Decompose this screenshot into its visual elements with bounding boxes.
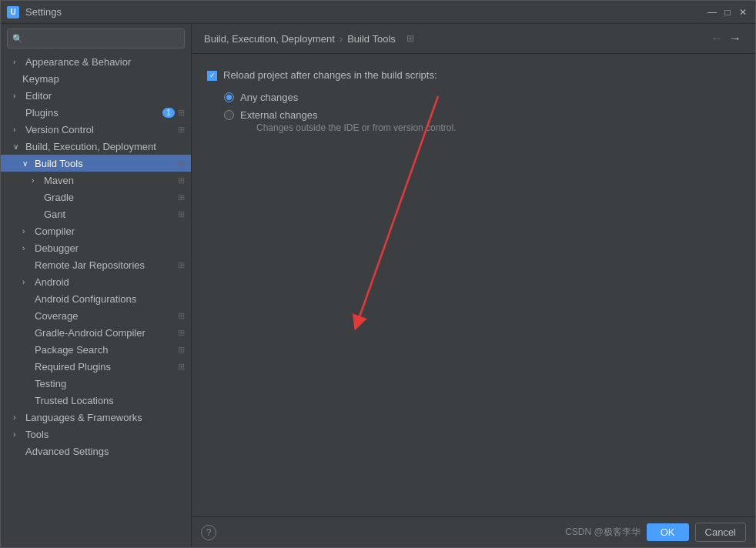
edit-icon: ⊞ — [178, 311, 185, 321]
cancel-button[interactable]: Cancel — [695, 523, 746, 542]
sidebar: 🔍 › Appearance & Behavior Keymap › Edito… — [1, 24, 192, 547]
sidebar-item-advanced[interactable]: › Advanced Settings — [1, 443, 191, 459]
sidebar-item-required-plugins[interactable]: › Required Plugins ⊞ — [1, 358, 191, 375]
sidebar-label: Maven — [44, 175, 74, 186]
radio-label-any-changes: Any changes — [240, 92, 298, 103]
reload-setting-row: Reload project after changes in the buil… — [207, 69, 740, 81]
sidebar-item-trusted-locations[interactable]: › Trusted Locations — [1, 392, 191, 409]
breadcrumb-current: Build Tools — [347, 33, 396, 45]
sidebar-item-plugins[interactable]: › Plugins 1 ⊞ — [1, 104, 191, 121]
sidebar-item-version-control[interactable]: › Version Control ⊞ — [1, 121, 191, 138]
sidebar-item-maven[interactable]: › Maven ⊞ — [1, 172, 191, 189]
chevron-icon: › — [13, 413, 22, 422]
sidebar-label: Package Search — [35, 344, 108, 356]
breadcrumb-separator: › — [340, 33, 343, 45]
sidebar-label: Remote Jar Repositories — [35, 259, 145, 271]
search-input[interactable] — [26, 33, 179, 44]
sidebar-label: Build Tools — [35, 158, 83, 169]
bottom-bar: ? CSDN @极客李华 OK Cancel — [192, 516, 755, 547]
restore-button[interactable]: □ — [721, 6, 734, 18]
sidebar-label: Gradle — [44, 192, 74, 203]
edit-icon: ⊞ — [178, 328, 185, 338]
window-title: Settings — [25, 6, 706, 18]
radio-desc-external-changes: Changes outside the IDE or from version … — [256, 122, 456, 133]
sidebar-item-debugger[interactable]: › Debugger — [1, 239, 191, 256]
window-controls: — □ ✕ — [706, 6, 749, 18]
sidebar-label: Build, Execution, Deployment — [25, 141, 156, 152]
radio-option-external-changes: External changes Changes outside the IDE… — [224, 109, 740, 133]
minimize-button[interactable]: — — [706, 6, 718, 18]
edit-icon: ⊞ — [178, 175, 185, 185]
sidebar-label: Plugins — [25, 107, 59, 119]
sidebar-label: Trusted Locations — [35, 395, 114, 406]
sidebar-label: Gant — [44, 209, 65, 220]
sidebar-item-remote-jar[interactable]: › Remote Jar Repositories ⊞ — [1, 256, 191, 273]
sidebar-item-editor[interactable]: › Editor — [1, 87, 191, 104]
edit-icon: ⊞ — [178, 345, 185, 355]
ok-button[interactable]: OK — [647, 523, 689, 541]
bottom-actions: CSDN @极客李华 OK Cancel — [565, 523, 746, 542]
pin-icon: ⊞ — [406, 33, 414, 44]
settings-window: U Settings — □ ✕ 🔍 › Appearance & Behavi… — [0, 0, 756, 548]
chevron-icon: › — [22, 278, 32, 286]
sidebar-item-testing[interactable]: › Testing — [1, 375, 191, 392]
main-content: 🔍 › Appearance & Behavior Keymap › Edito… — [1, 24, 755, 547]
edit-icon: ⊞ — [178, 192, 185, 202]
titlebar: U Settings — □ ✕ — [1, 1, 755, 24]
sidebar-item-package-search[interactable]: › Package Search ⊞ — [1, 341, 191, 358]
breadcrumb: Build, Execution, Deployment › Build Too… — [204, 33, 709, 45]
back-button[interactable]: ← — [709, 30, 724, 47]
radio-group: Any changes External changes Changes out… — [224, 92, 740, 133]
edit-icon: ⊞ — [178, 362, 185, 372]
navigation-arrows: ← → — [709, 30, 743, 47]
app-icon: U — [7, 6, 19, 18]
chevron-icon: ∨ — [13, 142, 22, 151]
close-button[interactable]: ✕ — [737, 6, 749, 18]
sidebar-item-compiler[interactable]: › Compiler — [1, 222, 191, 239]
sidebar-scroll: › Appearance & Behavior Keymap › Editor … — [1, 53, 191, 547]
reload-checkbox[interactable] — [207, 71, 217, 81]
sidebar-item-coverage[interactable]: › Coverage ⊞ — [1, 307, 191, 324]
radio-label-external-changes: External changes — [240, 109, 317, 121]
sidebar-item-build-execution[interactable]: ∨ Build, Execution, Deployment — [1, 138, 191, 155]
radio-external-changes[interactable] — [224, 110, 234, 120]
sidebar-item-build-tools[interactable]: ∨ Build Tools ⊞ — [1, 155, 191, 172]
sidebar-item-gradle-android[interactable]: › Gradle-Android Compiler ⊞ — [1, 324, 191, 341]
sidebar-item-languages[interactable]: › Languages & Frameworks — [1, 409, 191, 426]
sidebar-label: Debugger — [35, 242, 79, 254]
sidebar-label: Compiler — [35, 226, 75, 237]
sidebar-label: Editor — [25, 90, 52, 102]
sidebar-label: Testing — [35, 378, 66, 389]
sidebar-label: Keymap — [22, 73, 59, 85]
help-button[interactable]: ? — [201, 525, 216, 540]
sidebar-label: Appearance & Behavior — [25, 56, 131, 68]
content-header: Build, Execution, Deployment › Build Too… — [192, 24, 755, 54]
search-box[interactable]: 🔍 — [7, 28, 185, 48]
chevron-icon: › — [22, 244, 32, 252]
chevron-icon: ∨ — [22, 159, 32, 168]
sidebar-item-android-configs[interactable]: › Android Configurations — [1, 290, 191, 307]
edit-icon: ⊞ — [178, 209, 185, 219]
chevron-icon: › — [32, 176, 41, 185]
sidebar-item-appearance[interactable]: › Appearance & Behavior — [1, 53, 191, 70]
forward-button[interactable]: → — [728, 30, 743, 47]
sidebar-label: Advanced Settings — [25, 446, 109, 457]
edit-icon: ⊞ — [178, 125, 185, 135]
radio-option-any-changes: Any changes — [224, 92, 740, 103]
sidebar-label: Version Control — [25, 124, 94, 135]
sidebar-label: Tools — [25, 429, 49, 440]
sidebar-item-gant[interactable]: › Gant ⊞ — [1, 206, 191, 222]
radio-external-group: External changes Changes outside the IDE… — [240, 109, 456, 133]
search-icon: 🔍 — [12, 34, 23, 44]
radio-any-changes[interactable] — [224, 92, 234, 102]
sidebar-label: Languages & Frameworks — [25, 412, 142, 423]
content-body: Reload project after changes in the buil… — [192, 54, 755, 516]
edit-icon: ⊞ — [178, 108, 185, 118]
sidebar-item-gradle[interactable]: › Gradle ⊞ — [1, 189, 191, 206]
sidebar-item-keymap[interactable]: Keymap — [1, 70, 191, 87]
chevron-icon: › — [13, 92, 22, 100]
chevron-icon: › — [13, 430, 22, 439]
sidebar-item-android[interactable]: › Android — [1, 273, 191, 290]
sidebar-item-tools[interactable]: › Tools — [1, 426, 191, 443]
sidebar-label: Android — [35, 276, 69, 288]
